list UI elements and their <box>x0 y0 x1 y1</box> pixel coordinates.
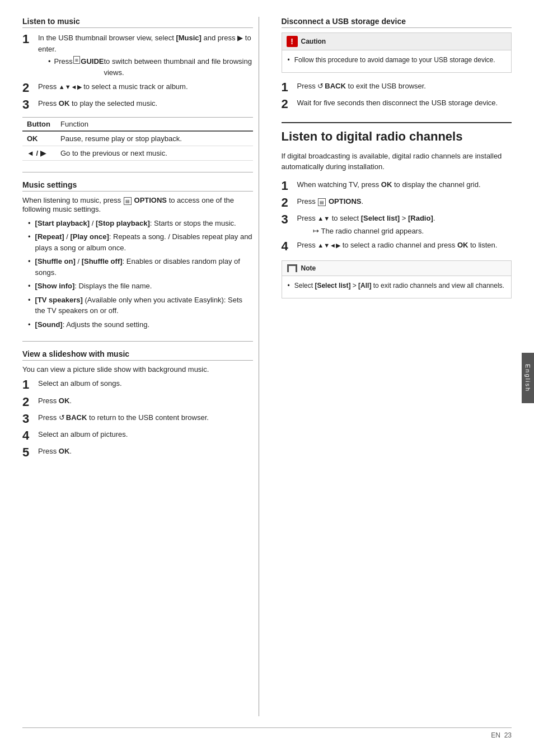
caution-icon: ! <box>287 36 298 47</box>
slideshow-step-content-3: Press BACK to return to the USB content … <box>38 412 253 423</box>
slideshow-step-content-5: Press OK. <box>38 446 253 457</box>
slideshow-step-num-2: 2 <box>22 395 38 409</box>
options-icon: ▤ <box>124 197 132 205</box>
note-title: Note <box>301 264 316 272</box>
step-num-2: 2 <box>22 81 38 95</box>
radio-step-num-1: 1 <box>282 179 297 193</box>
footer-page-num: 23 <box>504 731 512 739</box>
usb-step-2-text: Wait for five seconds then disconnect th… <box>297 97 512 109</box>
divider-1 <box>22 172 253 172</box>
footer-sep <box>500 731 504 739</box>
function-table: Button Function OK Pause, resume play or… <box>22 117 253 161</box>
slideshow-step-2: 2 Press OK. <box>22 395 253 409</box>
right-column: Disconnect a USB storage device ! Cautio… <box>276 17 512 716</box>
bracket-select-list-note: [Select list] <box>315 282 350 290</box>
radio-step-1-text: When watching TV, press OK to display th… <box>297 179 512 190</box>
bullet-text: [Sound]: Adjusts the sound setting. <box>35 319 149 330</box>
radio-step-num-3: 3 <box>282 213 297 226</box>
step-2: 2 Press ▲▼◄▶ to select a music track or … <box>22 81 253 95</box>
side-tab: English <box>522 353 534 403</box>
note-text: Select [Select list] > [All] to exit rad… <box>294 281 504 291</box>
left-column: Listen to music 1 In the USB thumbnail b… <box>22 17 259 716</box>
step-content-3: Press OK to play the selected music. <box>38 98 253 109</box>
usb-step-content-1: Press BACK to exit the USB browser. <box>297 81 512 92</box>
slideshow-step-5: 5 Press OK. <box>22 446 253 459</box>
digital-radio-intro: If digital broadcasting is available, di… <box>282 151 512 172</box>
slideshow-step-3: 3 Press BACK to return to the USB conten… <box>22 412 253 426</box>
slideshow-step-content-1: Select an album of songs. <box>38 378 253 389</box>
listen-to-music-section: Listen to music 1 In the USB thumbnail b… <box>22 17 253 161</box>
guide-label: GUIDE <box>81 56 104 67</box>
slideshow-title: View a slideshow with music <box>22 349 253 361</box>
usb-step-content-2: Wait for five seconds then disconnect th… <box>297 97 512 109</box>
radio-step-content-3: Press ▲▼ to select [Select list] > [Radi… <box>297 213 512 236</box>
slideshow-step-num-3: 3 <box>22 412 38 426</box>
table-btn-arrows: ◄ / ▶ <box>22 146 56 161</box>
radio-step-content-1: When watching TV, press OK to display th… <box>297 179 512 190</box>
step-content-2: Press ▲▼◄▶ to select a music track or al… <box>38 81 253 92</box>
note-header: Note <box>282 261 512 276</box>
radio-step-4: 4 Press ▲▼◄▶ to select a radio channel a… <box>282 240 512 253</box>
slideshow-step-content-4: Select an album of pictures. <box>38 429 253 440</box>
bullet-text: [Repeat] / [Play once]: Repeats a song. … <box>35 231 253 253</box>
options-label-r2: OPTIONS <box>329 197 362 206</box>
radio-step-3-sub: The radio channel grid appears. <box>313 226 512 237</box>
slideshow-step-2-text: Press OK. <box>38 395 253 407</box>
note-icon <box>287 264 298 273</box>
bullet-text: [Shuffle on] / [Shuffle off]: Enables or… <box>35 256 253 278</box>
caution-title: Caution <box>301 38 326 45</box>
listen-to-music-title: Listen to music <box>22 17 253 28</box>
step-1: 1 In the USB thumbnail browser view, sel… <box>22 32 253 78</box>
slideshow-step-5-text: Press OK. <box>38 446 253 457</box>
caution-body: Follow this procedure to avoid damage to… <box>282 50 512 72</box>
usb-step-num-2: 2 <box>282 97 297 111</box>
music-settings-title: Music settings <box>22 180 253 192</box>
caution-text: Follow this procedure to avoid damage to… <box>294 55 495 65</box>
digital-radio-title: Listen to digital radio channels <box>282 122 512 145</box>
radio-step-3-text: Press ▲▼ to select [Select list] > [Radi… <box>297 213 512 224</box>
ok-label-3: OK <box>59 99 70 108</box>
options-label: OPTIONS <box>134 196 167 204</box>
radio-step-1: 1 When watching TV, press OK to display … <box>282 179 512 193</box>
slideshow-intro: You can view a picture slide show with b… <box>22 365 253 374</box>
slideshow-step-1-text: Select an album of songs. <box>38 378 253 389</box>
step-content-1: In the USB thumbnail browser view, selec… <box>38 32 253 78</box>
nav-arrows-r4: ▲▼◄▶ <box>317 242 340 249</box>
bullet-text: [Start playback] / [Stop playback]: Star… <box>35 218 236 229</box>
radio-step-4-text: Press ▲▼◄▶ to select a radio channel and… <box>297 240 512 251</box>
guide-icon: ⊞ <box>73 56 81 64</box>
slideshow-step-4-text: Select an album of pictures. <box>38 429 253 440</box>
ok-label-r1: OK <box>381 180 392 189</box>
table-btn-ok: OK <box>22 131 56 146</box>
disconnect-usb-section: Disconnect a USB storage device ! Cautio… <box>282 17 512 111</box>
slideshow-step-content-2: Press OK. <box>38 395 253 407</box>
step-3-text: Press OK to play the selected music. <box>38 98 253 109</box>
bracket-select-list: [Select list] <box>361 214 400 222</box>
footer-lang: EN <box>491 731 500 739</box>
bracket-radio: [Radio] <box>408 214 433 222</box>
note-lines-icon <box>287 264 297 272</box>
radio-step-2-text: Press ▤ OPTIONS. <box>297 196 512 207</box>
step-3: 3 Press OK to play the selected music. <box>22 98 253 111</box>
back-icon <box>59 413 66 422</box>
usb-step-2: 2 Wait for five seconds then disconnect … <box>282 97 512 111</box>
back-label-usb: BACK <box>325 82 346 90</box>
radio-step-content-2: Press ▤ OPTIONS. <box>297 196 512 207</box>
disconnect-usb-title: Disconnect a USB storage device <box>282 17 512 28</box>
step-num-3: 3 <box>22 98 38 111</box>
music-settings-section: Music settings When listening to music, … <box>22 180 253 330</box>
bullet-tv-speakers: [TV speakers] (Available only when you a… <box>28 295 253 316</box>
usb-step-1: 1 Press BACK to exit the USB browser. <box>282 81 512 94</box>
usb-step-num-1: 1 <box>282 81 297 94</box>
step-2-text: Press ▲▼◄▶ to select a music track or al… <box>38 81 253 92</box>
step-1-text: In the USB thumbnail browser view, selec… <box>38 32 253 54</box>
nav-arrows-r3: ▲▼ <box>317 215 330 222</box>
radio-step-num-4: 4 <box>282 240 297 253</box>
back-label: BACK <box>66 413 87 422</box>
page: Listen to music 1 In the USB thumbnail b… <box>0 0 534 756</box>
digital-radio-section: Listen to digital radio channels If digi… <box>282 122 512 298</box>
nav-arrows-2: ▲▼◄▶ <box>59 83 82 90</box>
slideshow-section: View a slideshow with music You can view… <box>22 349 253 459</box>
slideshow-step-num-4: 4 <box>22 429 38 442</box>
hook-arrow <box>313 226 321 237</box>
